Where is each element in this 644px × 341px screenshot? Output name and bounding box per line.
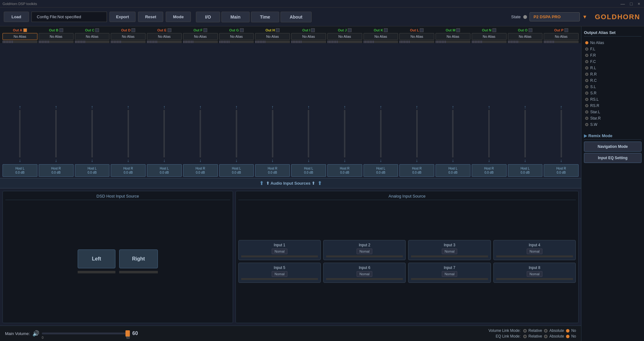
fader-source-btn-12[interactable]: Host L0.0 dB	[436, 164, 470, 177]
volume-relative-radio[interactable]	[523, 329, 527, 333]
fader-source-btn-10[interactable]: Host L0.0 dB	[364, 164, 398, 177]
eq-relative-radio[interactable]	[523, 335, 527, 338]
alias-box-C[interactable]: No Alias	[75, 33, 110, 40]
alias-box-D[interactable]: No Alias	[111, 33, 146, 40]
input-mode-btn-3[interactable]: Nomal	[442, 249, 458, 254]
fader-source-btn-5[interactable]: Host R0.0 dB	[183, 164, 218, 177]
volume-absolute-radio[interactable]	[544, 329, 547, 333]
fader-track-11[interactable]	[416, 110, 418, 157]
window-controls[interactable]: — □ ×	[619, 1, 641, 6]
out-check-P[interactable]	[564, 28, 568, 32]
alias-box-H[interactable]: No Alias	[255, 33, 290, 40]
tab-time[interactable]: Time	[251, 12, 279, 22]
fader-source-btn-9[interactable]: Host R0.0 dB	[327, 164, 362, 177]
fader-track-3[interactable]	[128, 110, 129, 157]
alias-option-RS-L[interactable]: RS.L	[584, 96, 641, 103]
fader-track-9[interactable]	[344, 110, 345, 157]
fader-track-15[interactable]	[561, 110, 562, 157]
alias-box-O[interactable]: No Alias	[508, 33, 543, 40]
fader-track-5[interactable]	[200, 110, 201, 157]
volume-slider[interactable]	[42, 333, 130, 334]
fader-track-13[interactable]	[488, 110, 490, 157]
reset-button[interactable]: Reset	[138, 12, 163, 22]
fader-source-btn-3[interactable]: Host R0.0 dB	[111, 164, 146, 177]
dropdown-arrow-icon[interactable]: ▼	[582, 14, 587, 20]
out-check-A[interactable]	[23, 28, 27, 32]
input-mode-btn-8[interactable]: Nomal	[527, 271, 542, 277]
out-check-N[interactable]	[492, 28, 496, 32]
alias-box-M[interactable]: No Alias	[436, 33, 470, 40]
alias-box-P[interactable]: No Alias	[544, 33, 579, 40]
tab-about[interactable]: About	[280, 12, 311, 22]
fader-track-2[interactable]	[92, 110, 93, 157]
fader-track-6[interactable]	[236, 110, 237, 157]
alias-option-R-R[interactable]: R.R	[584, 71, 641, 77]
alias-option-RS-R[interactable]: RS.R	[584, 103, 641, 109]
alias-option-F-R[interactable]: F.R	[584, 52, 641, 59]
out-check-K[interactable]	[384, 28, 388, 32]
alias-box-E[interactable]: No Alias	[147, 33, 182, 40]
device-selector[interactable]: P2 DSPA PRO	[530, 12, 580, 21]
fader-source-btn-0[interactable]: Host L0.0 dB	[3, 164, 37, 177]
fader-track-7[interactable]	[272, 110, 273, 157]
out-check-G[interactable]	[240, 28, 244, 32]
fader-source-btn-1[interactable]: Host R0.0 dB	[39, 164, 74, 177]
dsd-left-button[interactable]: Left	[78, 249, 115, 268]
out-check-J[interactable]	[348, 28, 352, 32]
input-mode-btn-1[interactable]: Nomal	[272, 249, 287, 254]
eq-absolute-radio[interactable]	[544, 335, 547, 338]
input-mode-btn-2[interactable]: Nomal	[357, 249, 372, 254]
alias-box-F[interactable]: No Alias	[183, 33, 218, 40]
dsd-right-button[interactable]: Right	[119, 249, 158, 268]
out-check-E[interactable]	[168, 28, 171, 32]
out-check-F[interactable]	[203, 28, 207, 32]
input-mode-btn-6[interactable]: Nomal	[357, 271, 372, 277]
out-check-C[interactable]	[95, 28, 99, 32]
alias-option-S-L[interactable]: S.L	[584, 84, 641, 90]
fader-track-4[interactable]	[164, 110, 165, 157]
alias-box-L[interactable]: No Alias	[399, 33, 434, 40]
fader-track-8[interactable]	[308, 110, 309, 157]
alias-box-B[interactable]: No Alias	[39, 33, 74, 40]
eq-no-radio[interactable]	[566, 335, 569, 338]
load-button[interactable]: Load	[4, 12, 29, 22]
out-check-I[interactable]	[311, 28, 315, 32]
out-check-O[interactable]	[529, 28, 532, 32]
fader-source-btn-8[interactable]: Host L0.0 dB	[291, 164, 326, 177]
fader-source-btn-11[interactable]: Host R0.0 dB	[399, 164, 434, 177]
fader-track-10[interactable]	[380, 110, 381, 157]
alias-option-S-R[interactable]: S.R	[584, 90, 641, 96]
alias-option-Star-R[interactable]: Star.R	[584, 115, 641, 121]
maximize-button[interactable]: □	[629, 1, 634, 6]
alias-option-F-C[interactable]: F.C	[584, 59, 641, 65]
fader-track-1[interactable]	[55, 110, 57, 157]
close-button[interactable]: ×	[636, 1, 641, 6]
fader-track-0[interactable]	[19, 110, 20, 157]
alias-option-F-L[interactable]: F.L	[584, 46, 641, 52]
out-check-B[interactable]	[59, 28, 63, 32]
input-eq-button[interactable]: Input EQ Setting	[584, 153, 641, 163]
alias-option-S-W[interactable]: S.W	[584, 121, 641, 128]
out-check-H[interactable]	[276, 28, 280, 32]
tab-io[interactable]: I/O	[196, 12, 220, 22]
fader-source-btn-14[interactable]: Host L0.0 dB	[508, 164, 543, 177]
fader-source-btn-6[interactable]: Host L0.0 dB	[219, 164, 254, 177]
input-mode-btn-4[interactable]: Nomal	[527, 249, 542, 254]
navigation-mode-button[interactable]: Navigation Mode	[584, 142, 641, 152]
alias-option-No Alias[interactable]: No Alias	[584, 40, 641, 46]
fader-source-btn-2[interactable]: Host L0.0 dB	[75, 164, 110, 177]
mode-button[interactable]: Mode	[166, 12, 191, 22]
export-button[interactable]: Export	[109, 12, 136, 22]
out-check-L[interactable]	[420, 28, 424, 32]
volume-no-radio[interactable]	[566, 329, 569, 333]
fader-source-btn-13[interactable]: Host R0.0 dB	[472, 164, 507, 177]
fader-track-14[interactable]	[525, 110, 526, 157]
fader-track-12[interactable]	[452, 110, 453, 157]
alias-box-I[interactable]: No Alias	[291, 33, 326, 40]
alias-box-K[interactable]: No Alias	[364, 33, 398, 40]
out-check-D[interactable]	[131, 28, 135, 32]
fader-source-btn-15[interactable]: Host R0.0 dB	[544, 164, 579, 177]
alias-box-G[interactable]: No Alias	[219, 33, 254, 40]
alias-box-A[interactable]: No Alias	[3, 33, 37, 40]
input-mode-btn-5[interactable]: Nomal	[272, 271, 287, 277]
